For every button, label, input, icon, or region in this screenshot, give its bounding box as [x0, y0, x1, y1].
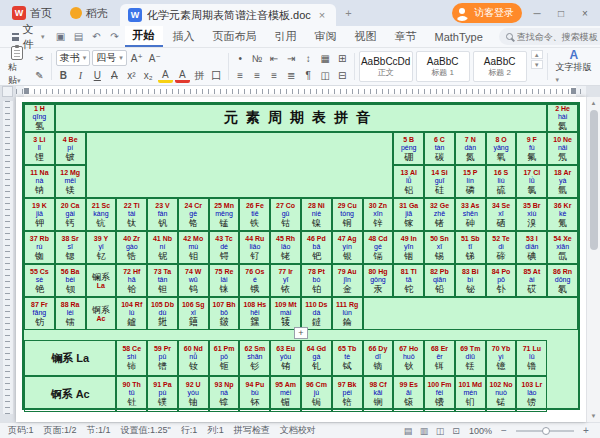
element-cell-Os[interactable]: 76 Osé锇: [239, 264, 270, 297]
element-cell-O[interactable]: 8 Oyǎng氧: [486, 132, 517, 165]
element-cell-S[interactable]: 16 Sliú硫: [486, 165, 517, 198]
element-cell-Sm[interactable]: 62 Smshān钐: [239, 340, 270, 376]
increase-font-button[interactable]: A⁺: [129, 51, 145, 66]
element-cell-Cu[interactable]: 29 Cutóng铜: [332, 198, 363, 231]
save-icon[interactable]: ▣: [53, 29, 69, 45]
element-cell-Pa[interactable]: 91 Papú镤: [147, 376, 178, 412]
columns-button[interactable]: ◫: [318, 68, 333, 83]
font-size-select[interactable]: 四号 ▾: [92, 50, 127, 66]
element-cell-Zn[interactable]: 30 Znxīn锌: [363, 198, 394, 231]
element-cell-No[interactable]: 102 Nonuò锘: [486, 376, 517, 412]
element-cell-Ca[interactable]: 20 Cagài钙: [55, 198, 86, 231]
element-cell-Pt[interactable]: 78 Ptbó铂: [301, 264, 332, 297]
element-cell-Cf[interactable]: 98 Cfkāi锎: [363, 376, 394, 412]
element-cell-Ar[interactable]: 18 Aryà氩: [547, 165, 578, 198]
element-cell-Tl[interactable]: 81 Tltā铊: [393, 264, 424, 297]
element-cell-Tb[interactable]: 65 Tbtè铽: [332, 340, 363, 376]
element-cell-Lr[interactable]: 103 Lrláo铹: [516, 376, 547, 412]
table-add-row-handle[interactable]: +: [294, 327, 308, 339]
zoom-out-button[interactable]: −: [498, 425, 510, 437]
docer-tab[interactable]: 稻壳: [64, 4, 114, 23]
print-icon[interactable]: ▤: [71, 29, 87, 45]
menu-tab-0[interactable]: 开始: [125, 26, 163, 47]
element-cell-Sr[interactable]: 38 Srsī锶: [55, 231, 86, 264]
element-cell-Th[interactable]: 90 Thtǔ钍: [116, 376, 147, 412]
element-cell-Fe[interactable]: 26 Fetiě铁: [239, 198, 270, 231]
element-cell-B[interactable]: 5 Bpéng硼: [393, 132, 424, 165]
element-cell-Ir[interactable]: 77 Iryī铱: [270, 264, 301, 297]
element-cell-Re[interactable]: 75 Relái铼: [209, 264, 240, 297]
font-name-select[interactable]: 隶书 ▾: [56, 50, 91, 66]
element-cell-Pm[interactable]: 61 Pmpǒ钷: [209, 340, 240, 376]
decrease-font-button[interactable]: A⁻: [147, 51, 163, 66]
element-cell-Ta[interactable]: 73 Tatǎn钽: [147, 264, 178, 297]
login-button[interactable]: 访客登录: [452, 3, 522, 23]
element-cell-Fr[interactable]: 87 Frfāng钫: [24, 297, 55, 330]
underline-button[interactable]: U: [90, 68, 105, 83]
align-left-button[interactable]: ≡: [233, 68, 248, 83]
element-cell-Xe[interactable]: 54 Xexiān氙: [547, 231, 578, 264]
scroll-down-icon[interactable]: ▼: [587, 410, 600, 422]
command-search[interactable]: [499, 28, 600, 45]
element-cell-Mg[interactable]: 12 Mgměi镁: [55, 165, 86, 198]
maximize-button[interactable]: □: [552, 4, 570, 22]
page-view-icon[interactable]: ▤: [401, 425, 415, 437]
series-ref-cell[interactable]: 锕系Ac: [86, 297, 117, 330]
font-color-button[interactable]: A: [175, 69, 190, 83]
element-cell-Ni[interactable]: 28 Niniè镍: [301, 198, 332, 231]
increase-indent-button[interactable]: ⇥: [284, 51, 299, 66]
element-cell-Tc[interactable]: 43 Tcdé锝: [209, 231, 240, 264]
element-cell-H[interactable]: 1 Hqīng氢: [24, 104, 55, 132]
menu-tab-6[interactable]: 章节: [387, 27, 425, 46]
line-spacing-button[interactable]: ↕: [301, 51, 316, 66]
element-cell-Br[interactable]: 35 Brxiù溴: [516, 198, 547, 231]
element-cell-Rg[interactable]: 111 Rglún錀: [332, 297, 363, 330]
style-option-0[interactable]: AaBbCcDd正文: [359, 51, 413, 82]
left-indent-marker[interactable]: [24, 88, 29, 94]
element-cell-Tm[interactable]: 69 Tmdiū铥: [455, 340, 486, 376]
element-cell-V[interactable]: 23 Vfán钒: [147, 198, 178, 231]
subscript-button[interactable]: x₂: [141, 68, 156, 83]
element-cell-Pb[interactable]: 82 Pbqiān铅: [424, 264, 455, 297]
element-cell-Cr[interactable]: 24 Crgè铬: [178, 198, 209, 231]
element-cell-Cd[interactable]: 48 Cdgé镉: [363, 231, 394, 264]
element-cell-Mn[interactable]: 25 Mnměng锰: [209, 198, 240, 231]
element-cell-Co[interactable]: 27 Cogǔ钴: [270, 198, 301, 231]
element-cell-I[interactable]: 53 Idiǎn碘: [516, 231, 547, 264]
element-cell-Rb[interactable]: 37 Rbrú铷: [24, 231, 55, 264]
element-cell-Mo[interactable]: 42 Momù钼: [178, 231, 209, 264]
format-painter-button[interactable]: ✎: [32, 68, 47, 83]
menu-tab-7[interactable]: MathType: [427, 29, 491, 45]
gallery-down-icon[interactable]: ▼: [531, 60, 543, 69]
superscript-button[interactable]: x²: [124, 68, 139, 83]
element-cell-Np[interactable]: 93 Npná镎: [209, 376, 240, 412]
element-cell-Sb[interactable]: 51 Sbtī锑: [455, 231, 486, 264]
element-cell-Rf[interactable]: 104 Rflú鑪: [116, 297, 147, 330]
element-cell-Db[interactable]: 105 Dbdù𨧀: [147, 297, 178, 330]
align-center-button[interactable]: ≡: [250, 68, 265, 83]
zoom-slider[interactable]: [516, 430, 574, 432]
vertical-scrollbar[interactable]: ▲ ▼: [586, 97, 600, 422]
justify-button[interactable]: ≣: [284, 68, 299, 83]
character-border-button[interactable]: 囗: [209, 68, 224, 83]
element-cell-Po[interactable]: 84 Popō钋: [486, 264, 517, 297]
element-cell-C[interactable]: 6 Ctàn碳: [424, 132, 455, 165]
italic-button[interactable]: I: [73, 68, 88, 83]
paste-button[interactable]: 粘贴▾: [4, 45, 30, 88]
menu-tab-1[interactable]: 插入: [165, 27, 203, 46]
element-cell-Ne[interactable]: 10 Nenǎi氖: [547, 132, 578, 165]
element-cell-Zr[interactable]: 40 Zrgào锆: [116, 231, 147, 264]
element-cell-Pd[interactable]: 46 Pdbǎ钯: [301, 231, 332, 264]
merge-cells-button[interactable]: ⊟: [335, 68, 350, 83]
element-cell-As[interactable]: 33 Asshēn砷: [455, 198, 486, 231]
element-cell-Ti[interactable]: 22 Titài钛: [116, 198, 147, 231]
element-cell-Nb[interactable]: 41 Nbní铌: [147, 231, 178, 264]
element-cell-Bi[interactable]: 83 Bibì铋: [455, 264, 486, 297]
element-cell-Au[interactable]: 79 Aujīn金: [332, 264, 363, 297]
close-window-button[interactable]: ×: [576, 4, 594, 22]
element-cell-Eu[interactable]: 63 Euyǒu铕: [270, 340, 301, 376]
zoom-slider-knob[interactable]: [542, 427, 550, 435]
element-cell-Nd[interactable]: 60 Ndnǚ钕: [178, 340, 209, 376]
element-cell-Y[interactable]: 39 Yyǐ钇: [86, 231, 117, 264]
style-option-1[interactable]: AaBbC标题 1: [416, 51, 470, 82]
